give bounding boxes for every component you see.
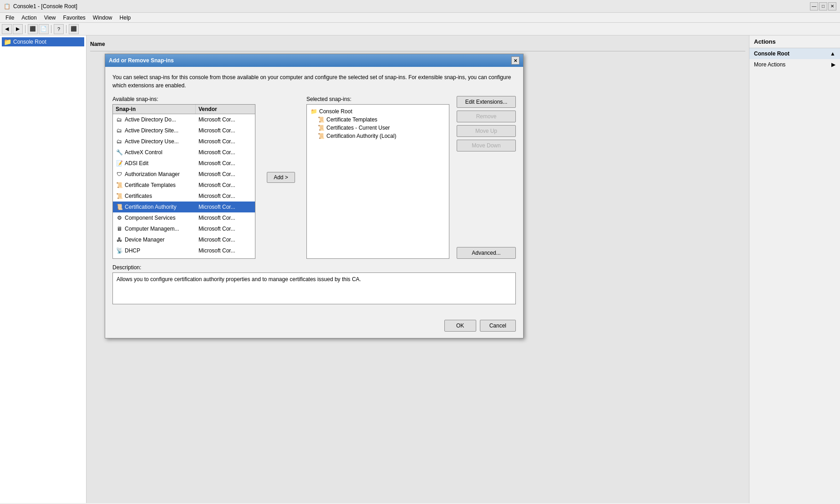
title-bar-right[interactable]: — □ ✕: [810, 2, 836, 10]
snapin-row-0[interactable]: 🗂Active Directory Do... Microsoft Cor...: [113, 114, 255, 125]
description-box: Allows you to configure certification au…: [112, 272, 516, 304]
snapin-icon-0: 🗂: [116, 116, 123, 123]
snapin-icon-8: 📜: [116, 203, 123, 211]
tree-child-2[interactable]: 📜 Certification Authority (Local): [316, 132, 447, 140]
tree-child-icon-1: 📜: [318, 125, 325, 131]
menu-favorites[interactable]: Favorites: [60, 14, 89, 22]
snapin-row-7[interactable]: 📜Certificates Microsoft Cor...: [113, 191, 255, 202]
snapin-name-3: ActiveX Control: [125, 149, 163, 156]
title-bar: 📋 Console1 - [Console Root] — □ ✕: [0, 0, 840, 13]
up-btn[interactable]: ⬛: [28, 24, 38, 34]
more-actions-item[interactable]: More Actions ▶: [749, 59, 840, 70]
tree-root-item[interactable]: 📁 Console Root: [309, 107, 447, 116]
ok-button[interactable]: OK: [444, 320, 476, 332]
tree-root-label: Console Root: [319, 108, 352, 115]
snapin-row-10[interactable]: 🖥Computer Managem... Microsoft Cor...: [113, 223, 255, 234]
main-area: 📁 Console Root Name There are no items t…: [0, 35, 840, 503]
snapin-icon-5: 🛡: [116, 171, 123, 178]
snapin-icon-9: ⚙: [116, 214, 123, 222]
menu-window[interactable]: Window: [89, 14, 116, 22]
menu-help[interactable]: Help: [116, 14, 135, 22]
menu-action[interactable]: Action: [18, 14, 40, 22]
selected-tree[interactable]: 📁 Console Root 📜 Certificate Templates: [306, 104, 449, 259]
description-section: Description: Allows you to configure cer…: [112, 264, 516, 304]
center-panel: Name There are no items to show in this …: [87, 35, 749, 503]
help-btn[interactable]: ?: [54, 24, 64, 34]
snapin-name-4: ADSI Edit: [125, 160, 148, 166]
advanced-button[interactable]: Advanced...: [457, 247, 516, 259]
snapin-vendor-11: Microsoft Cor...: [196, 236, 255, 244]
add-button[interactable]: Add >: [267, 172, 295, 183]
tree-child-0[interactable]: 📜 Certificate Templates: [316, 116, 447, 124]
snapin-vendor-1: Microsoft Cor...: [196, 126, 255, 135]
snapin-icon-4: 📝: [116, 160, 123, 167]
snapin-row-8[interactable]: 📜Certification Authority Microsoft Cor..…: [113, 202, 255, 212]
snapin-row-4[interactable]: 📝ADSI Edit Microsoft Cor...: [113, 158, 255, 169]
snapin-row-3[interactable]: 🔧ActiveX Control Microsoft Cor...: [113, 147, 255, 158]
snapin-name-7: Certificates: [125, 193, 152, 199]
snapin-col-header: Snap-in: [113, 105, 196, 114]
snapin-vendor-0: Microsoft Cor...: [196, 116, 255, 124]
selected-snapins-label: Selected snap-ins:: [306, 96, 449, 102]
edit-extensions-button[interactable]: Edit Extensions...: [457, 96, 516, 108]
snapin-name-8: Certification Authority: [125, 204, 176, 210]
available-snapins-section: Available snap-ins: Snap-in Vendor 🗂Acti…: [112, 96, 255, 259]
remove-button[interactable]: Remove: [457, 111, 516, 122]
snapin-vendor-3: Microsoft Cor...: [196, 148, 255, 156]
snapin-name-1: Active Directory Site...: [125, 127, 178, 134]
snapin-row-1[interactable]: 🗂Active Directory Site... Microsoft Cor.…: [113, 125, 255, 136]
snapin-name-12: DHCP: [125, 247, 140, 254]
back-btn[interactable]: ◀: [2, 24, 12, 34]
show-hide-btn[interactable]: 📄: [39, 24, 49, 34]
selected-snapins-section: Selected snap-ins: 📁 Console Root: [306, 96, 449, 259]
snapin-icon-10: 🖥: [116, 225, 123, 232]
actions-console-root-label: Console Root: [754, 50, 789, 57]
right-panel: Actions Console Root ▲ More Actions ▶: [749, 35, 840, 503]
snapin-vendor-4: Microsoft Cor...: [196, 159, 255, 167]
cancel-button[interactable]: Cancel: [480, 320, 516, 332]
snapin-row-11[interactable]: 🖧Device Manager Microsoft Cor...: [113, 234, 255, 245]
add-button-column: Add >: [263, 96, 299, 259]
tree-console-root[interactable]: 📁 Console Root: [2, 37, 84, 46]
snapin-row-12[interactable]: 📡DHCP Microsoft Cor...: [113, 245, 255, 256]
snapin-row-5[interactable]: 🛡Authorization Manager Microsoft Cor...: [113, 169, 255, 180]
tree-child-icon-2: 📜: [318, 133, 325, 139]
close-btn[interactable]: ✕: [828, 2, 836, 10]
snapin-row-6[interactable]: 📜Certificate Templates Microsoft Cor...: [113, 180, 255, 191]
left-panel: 📁 Console Root: [0, 35, 87, 503]
tree-child-label-1: Certificates - Current User: [326, 125, 390, 131]
actions-panel-header: Actions: [749, 35, 840, 48]
dialog-title-text: Add or Remove Snap-ins: [109, 57, 174, 64]
snapin-icon-11: 🖧: [116, 236, 123, 243]
forward-btn[interactable]: ▶: [13, 24, 23, 34]
new-btn[interactable]: ⬛: [69, 24, 79, 34]
console-root-label: Console Root: [13, 39, 46, 45]
minimize-btn[interactable]: —: [810, 2, 818, 10]
menu-file[interactable]: File: [2, 14, 18, 22]
snapin-row-9[interactable]: ⚙Component Services Microsoft Cor...: [113, 212, 255, 223]
toolbar-sep-1: [25, 25, 25, 33]
toolbar-sep-3: [66, 25, 66, 33]
description-label: Description:: [112, 264, 516, 271]
move-up-button[interactable]: Move Up: [457, 125, 516, 137]
more-actions-arrow-icon: ▶: [831, 61, 835, 68]
menu-view[interactable]: View: [41, 14, 60, 22]
snapins-list-header: Snap-in Vendor: [113, 105, 255, 114]
available-snapins-label: Available snap-ins:: [112, 96, 255, 102]
actions-console-root[interactable]: Console Root ▲: [749, 48, 840, 59]
dialog-close-button[interactable]: ✕: [511, 56, 519, 65]
snapin-icon-3: 🔧: [116, 149, 123, 156]
maximize-btn[interactable]: □: [819, 2, 827, 10]
right-buttons-column: Edit Extensions... Remove Move Up Move D…: [457, 96, 516, 259]
snapin-row-2[interactable]: 🗂Active Directory Use... Microsoft Cor..…: [113, 136, 255, 147]
snapin-vendor-9: Microsoft Cor...: [196, 214, 255, 222]
more-actions-label: More Actions: [754, 61, 785, 68]
snapin-vendor-7: Microsoft Cor...: [196, 192, 255, 200]
snapin-name-9: Component Services: [125, 215, 175, 221]
dialog-content: You can select snap-ins for this console…: [105, 67, 523, 316]
tree-child-1[interactable]: 📜 Certificates - Current User: [316, 124, 447, 132]
snapin-icon-2: 🗂: [116, 138, 123, 145]
toolbar-sep-2: [51, 25, 51, 33]
snapins-list-container[interactable]: Snap-in Vendor 🗂Active Directory Do... M…: [112, 104, 255, 259]
move-down-button[interactable]: Move Down: [457, 140, 516, 151]
